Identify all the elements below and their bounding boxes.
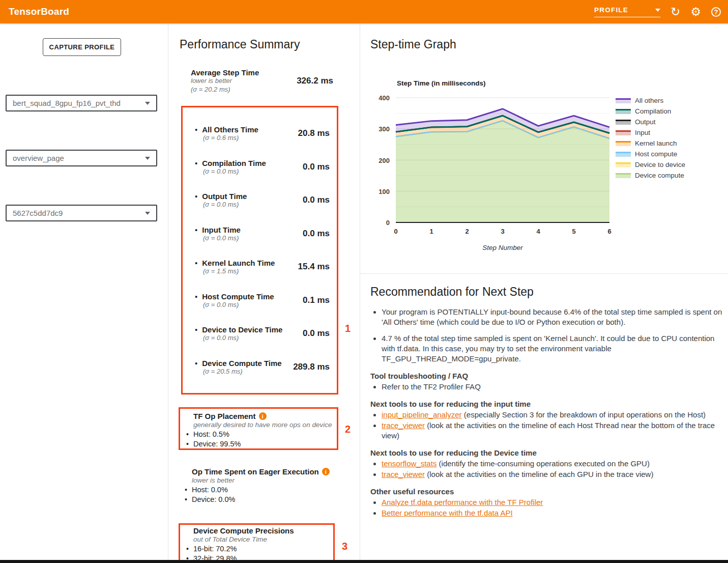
performance-summary-panel: Performance Summary Average Step Time lo… <box>168 23 360 560</box>
metric-label: Input Time <box>202 226 241 234</box>
bullet: • <box>195 192 197 201</box>
legend-swatch <box>616 109 631 114</box>
step-time-panel: Step-time Graph Step Time (in millisecon… <box>360 23 728 560</box>
metric-sigma: (σ = 0.0 ms) <box>203 167 266 175</box>
rec-section-heading: Other useful resources <box>370 487 722 496</box>
legend-label: Compilation <box>635 107 671 115</box>
rec-link[interactable]: tensorflow_stats <box>382 459 436 468</box>
rec-link[interactable]: Better performance with the tf.data API <box>382 509 513 517</box>
rec-link[interactable]: trace_viewer <box>382 421 425 430</box>
legend-item: Device to device <box>616 161 685 168</box>
tools-select[interactable]: overview_page <box>6 150 157 166</box>
metric-note: lower is better <box>191 77 259 86</box>
reload-icon[interactable]: ↻ <box>671 6 680 18</box>
legend-item: Kernel launch <box>616 139 685 147</box>
metric-value: 15.4 ms <box>298 262 330 272</box>
metric-label: All Others Time <box>202 125 258 134</box>
help-icon[interactable]: ? <box>711 7 721 17</box>
svg-text:6: 6 <box>607 228 611 235</box>
svg-text:5: 5 <box>572 228 575 235</box>
annotation-number-3: 3 <box>342 541 347 552</box>
annotation-box-3: Device Compute Precisions out of Total D… <box>179 523 335 562</box>
tf-op-placement-list: •Host: 0.5% •Device: 99.5% <box>180 430 337 449</box>
info-icon[interactable]: i <box>322 468 330 475</box>
rec-section-heading: Next tools to use for reducing the Devic… <box>370 448 722 457</box>
metric-label: Kernel Launch Time <box>202 259 275 267</box>
metric-value: 20.8 ms <box>298 128 330 138</box>
legend-label: Input <box>635 129 650 136</box>
recommendation-bullet: Your program is POTENTIALLY input-bound … <box>382 307 722 328</box>
dashboard-selector[interactable]: PROFILE <box>594 6 660 17</box>
bullet: • <box>195 292 197 301</box>
rec-list-item: Refer to the TF2 Profiler FAQ <box>382 382 722 392</box>
bullet: • <box>195 159 197 167</box>
rec-section-list: input_pipeline_analyzer (especially Sect… <box>370 410 722 441</box>
legend-label: Device to device <box>635 161 685 168</box>
chevron-down-icon <box>145 157 150 160</box>
eager-list: •Host: 0.0% •Device: 0.0% <box>179 485 338 504</box>
rec-list-item: Analyze tf.data performance with the TF … <box>382 497 722 508</box>
rec-link[interactable]: input_pipeline_analyzer <box>382 410 462 419</box>
recommendation-bullet: 4.7 % of the total step time sampled is … <box>382 333 722 364</box>
svg-text:300: 300 <box>378 125 390 133</box>
metric-row: •Input Time(σ = 0.0 ms)0.0 ms <box>183 226 330 242</box>
svg-text:1: 1 <box>429 228 433 235</box>
capture-profile-button[interactable]: CAPTURE PROFILE <box>43 38 121 56</box>
rec-section-heading: Next tools to use for reducing the input… <box>370 400 722 408</box>
metric-row-average: Average Step Time lower is better (σ = 2… <box>191 68 333 94</box>
dashboard-selector-value: PROFILE <box>594 6 628 14</box>
legend-item: All others <box>616 97 685 104</box>
metric-sigma: (σ = 0.0 ms) <box>203 301 274 308</box>
legend-label: Kernel launch <box>635 139 677 147</box>
metric-row: •Device to Device Time(σ = 0.0 ms)0.0 ms <box>183 325 330 342</box>
rec-list-item: Better performance with the tf.data API <box>382 508 722 518</box>
runs-select[interactable]: bert_squad_8gpu_fp16_pvt_thd <box>6 95 157 111</box>
chevron-down-icon <box>145 212 150 215</box>
list-item: •16-bit: 70.2% <box>186 544 333 554</box>
annotation-box-1: •All Others Time(σ = 0.6 ms)20.8 ms•Comp… <box>181 106 338 395</box>
annotation-number-1: 1 <box>345 323 351 334</box>
info-icon[interactable]: i <box>259 412 267 420</box>
legend-item: Device compute <box>616 172 685 179</box>
eager-execution-section: Op Time Spent on Eager Execution i lower… <box>179 467 338 504</box>
svg-text:200: 200 <box>378 157 390 164</box>
rec-section-list: Analyze tf.data performance with the TF … <box>370 497 722 518</box>
list-item: •Host: 0.0% <box>185 485 338 495</box>
metric-label: Device to Device Time <box>202 325 282 334</box>
metric-row: •Device Compute Time(σ = 20.5 ms)289.8 m… <box>183 359 330 375</box>
bullet: • <box>195 359 197 368</box>
legend-swatch <box>616 141 631 146</box>
legend-swatch <box>616 152 631 157</box>
rec-link[interactable]: Analyze tf.data performance with the TF … <box>382 498 543 506</box>
legend-swatch <box>616 120 631 125</box>
metric-row: •Kernel Launch Time(σ = 1.5 ms)15.4 ms <box>183 259 330 275</box>
svg-text:3: 3 <box>501 228 504 235</box>
tools-select-value: overview_page <box>13 154 145 162</box>
metric-label: Output Time <box>202 192 247 201</box>
hosts-select-value: 5627c5dd7dc9 <box>13 209 145 217</box>
step-time-graph-title: Step-time Graph <box>370 38 456 51</box>
svg-text:0: 0 <box>394 228 397 235</box>
svg-text:4: 4 <box>536 228 540 235</box>
metric-value: 0.0 ms <box>303 328 330 339</box>
metric-value: 0.0 ms <box>303 229 330 239</box>
eager-note: lower is better <box>179 476 338 484</box>
legend-label: Host compute <box>635 150 677 158</box>
svg-text:Step Number: Step Number <box>482 244 523 251</box>
tf-op-placement-note: generally desired to have more ops on de… <box>180 421 337 429</box>
chevron-down-icon <box>655 9 660 12</box>
list-item: •Device: 0.0% <box>185 495 338 504</box>
rec-link[interactable]: trace_viewer <box>382 470 425 478</box>
rec-section-list: Refer to the TF2 Profiler FAQ <box>370 382 722 392</box>
app-header: TensorBoard PROFILE ↻ ⚙ ? <box>0 0 728 23</box>
legend-item: Output <box>616 118 685 126</box>
list-item: •Device: 99.5% <box>186 439 337 449</box>
legend-item: Compilation <box>616 107 685 115</box>
list-item: •Host: 0.5% <box>186 430 337 439</box>
gear-icon[interactable]: ⚙ <box>690 6 701 18</box>
performance-summary-title: Performance Summary <box>180 38 300 51</box>
hosts-select[interactable]: 5627c5dd7dc9 <box>6 205 157 221</box>
metric-row: •Output Time(σ = 0.0 ms)0.0 ms <box>183 192 330 208</box>
metric-sigma: (σ = 20.5 ms) <box>203 368 282 375</box>
metric-value: 0.1 ms <box>303 295 330 305</box>
